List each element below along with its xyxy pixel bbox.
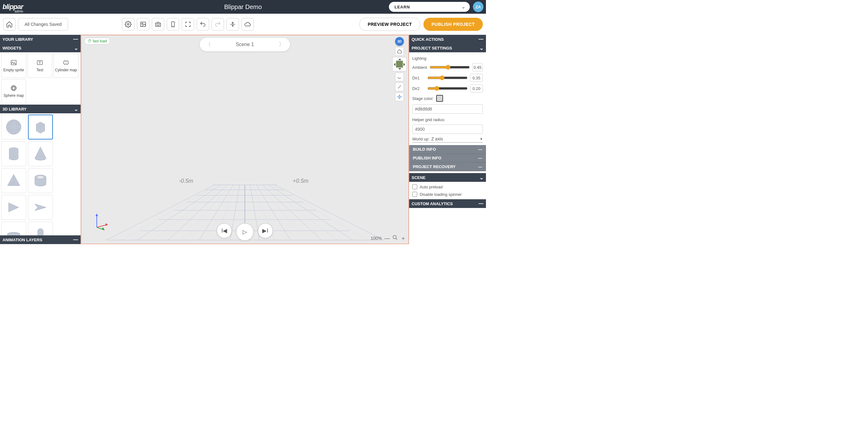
world-up-select[interactable]: Z axis: [431, 136, 478, 141]
image-button[interactable]: [137, 18, 149, 30]
dir2-value[interactable]: 0.20: [470, 84, 483, 92]
view-cube-left[interactable]: [392, 63, 396, 66]
zoom-value: 100%: [371, 236, 382, 241]
ambient-slider[interactable]: [430, 65, 470, 70]
svg-point-3: [157, 23, 159, 26]
widget-label: Empty sprite: [3, 68, 24, 72]
logo: blippar admin: [2, 3, 23, 11]
svg-line-26: [106, 185, 215, 240]
home-button[interactable]: [3, 18, 16, 30]
cloud-button[interactable]: [241, 18, 254, 30]
dir2-slider[interactable]: [428, 86, 468, 91]
shape-sphere[interactable]: [1, 115, 26, 140]
project-settings-label: PROJECT SETTINGS: [412, 46, 452, 51]
widget-label: Text: [36, 68, 43, 72]
minus-icon: —: [478, 164, 482, 169]
custom-analytics-header[interactable]: CUSTOM ANALYTICS —: [409, 199, 486, 208]
shape-capsule[interactable]: [28, 222, 53, 235]
project-recovery-header[interactable]: PROJECT RECOVERY —: [409, 163, 486, 171]
animation-layers-label: ANIMATION LAYERS: [2, 237, 42, 242]
camera-button[interactable]: [152, 18, 164, 30]
minus-icon: —: [478, 201, 484, 206]
zoom-controls: 100% — ＋: [371, 234, 406, 242]
collapse-button[interactable]: [226, 18, 239, 30]
toolbar: All Changes Saved PREVIEW PROJEC: [0, 14, 486, 35]
redo-button[interactable]: [212, 18, 224, 30]
shape-arrow[interactable]: [28, 195, 53, 220]
view-cube-up[interactable]: [398, 57, 401, 60]
fast-load-badge: ⏱ fast load: [84, 38, 110, 45]
3d-library-header[interactable]: 3D LIBRARY ⌄: [0, 105, 81, 113]
quick-actions-header[interactable]: QUICK ACTIONS —: [409, 35, 486, 44]
3d-library-label: 3D LIBRARY: [2, 107, 27, 112]
publish-info-header[interactable]: PUBLISH INFO —: [409, 154, 486, 163]
svg-line-60: [396, 238, 397, 240]
shape-cube[interactable]: [28, 115, 53, 140]
your-library-header[interactable]: YOUR LIBRARY —: [0, 35, 81, 44]
shape-pyramid[interactable]: [1, 168, 26, 193]
stage-color-swatch[interactable]: [436, 95, 443, 102]
scene-header[interactable]: SCENE ⌄: [409, 173, 486, 182]
svg-marker-56: [105, 223, 108, 226]
undo-button[interactable]: [197, 18, 209, 30]
widgets-header[interactable]: WIDGETS ⌄: [0, 44, 81, 52]
view-toolbox: 3D: [392, 37, 407, 101]
settings-button[interactable]: [122, 18, 134, 30]
view-cube-down[interactable]: [398, 68, 401, 71]
dir1-value[interactable]: 0.35: [470, 74, 483, 82]
zoom-out-button[interactable]: —: [384, 235, 390, 241]
shape-cone[interactable]: [28, 141, 53, 166]
fullscreen-button[interactable]: [182, 18, 194, 30]
auto-preload-label: Auto preload: [420, 184, 443, 189]
animation-layers-header[interactable]: ANIMATION LAYERS —: [0, 235, 81, 244]
tool-rotate[interactable]: [395, 73, 404, 81]
device-button[interactable]: [167, 18, 179, 30]
view-home-button[interactable]: [395, 47, 404, 56]
right-panel: QUICK ACTIONS — PROJECT SETTINGS ⌄ Light…: [409, 35, 486, 244]
view-cube-right[interactable]: [404, 63, 407, 66]
3d-library-grid: [0, 113, 81, 235]
dir1-slider[interactable]: [428, 75, 468, 80]
build-info-header[interactable]: BUILD INFO —: [409, 145, 486, 154]
canvas-area: ⏱ fast load 〈 Scene 1 〉 3D: [81, 35, 409, 244]
shape-cylinder[interactable]: [1, 141, 26, 166]
view-cube[interactable]: [392, 57, 407, 71]
stage-color-input[interactable]: [412, 104, 483, 114]
skip-back-button[interactable]: I◀: [217, 223, 232, 238]
scene-prev-button[interactable]: 〈: [205, 41, 211, 48]
zoom-reset-button[interactable]: [392, 235, 398, 242]
project-settings-header[interactable]: PROJECT SETTINGS ⌄: [409, 44, 486, 52]
clock-icon: ⏱: [88, 39, 91, 43]
shape-play[interactable]: [1, 195, 26, 220]
minus-icon: —: [478, 156, 482, 160]
learn-dropdown[interactable]: LEARN: [389, 2, 470, 12]
widget-empty-sprite[interactable]: Empty sprite: [1, 54, 26, 78]
widget-cylinder-map[interactable]: Cylinder map: [54, 54, 79, 78]
svg-point-59: [393, 235, 396, 239]
shape-ribbon[interactable]: [1, 222, 26, 235]
widget-text[interactable]: Text: [27, 54, 52, 78]
disable-spinner-label: Disable loading spinner: [420, 192, 462, 197]
avatar[interactable]: ZA: [473, 2, 484, 12]
disable-spinner-checkbox[interactable]: [412, 192, 417, 197]
save-status: All Changes Saved: [18, 18, 68, 30]
stage-color-row: Stage color:: [412, 95, 483, 102]
tool-move[interactable]: [395, 92, 404, 101]
disable-spinner-row[interactable]: Disable loading spinner: [412, 192, 483, 197]
scene-next-button[interactable]: 〉: [279, 41, 284, 48]
view-3d-button[interactable]: 3D: [395, 37, 404, 46]
publish-button[interactable]: PUBLISH PROJECT: [424, 18, 483, 31]
ambient-value[interactable]: 0.45: [472, 63, 483, 71]
grid-radius-input[interactable]: [412, 124, 483, 134]
canvas-viewport[interactable]: ⏱ fast load 〈 Scene 1 〉 3D: [81, 35, 409, 244]
auto-preload-row[interactable]: Auto preload: [412, 184, 483, 189]
play-button[interactable]: ▷: [236, 223, 253, 241]
auto-preload-checkbox[interactable]: [412, 184, 417, 189]
preview-button[interactable]: PREVIEW PROJECT: [359, 18, 420, 31]
project-recovery-label: PROJECT RECOVERY: [413, 164, 456, 169]
widget-sphere-map[interactable]: Sphere map: [1, 79, 26, 104]
shape-tube[interactable]: [28, 168, 53, 193]
zoom-in-button[interactable]: ＋: [400, 234, 406, 242]
tool-line[interactable]: [395, 83, 404, 91]
skip-forward-button[interactable]: ▶I: [258, 223, 273, 238]
